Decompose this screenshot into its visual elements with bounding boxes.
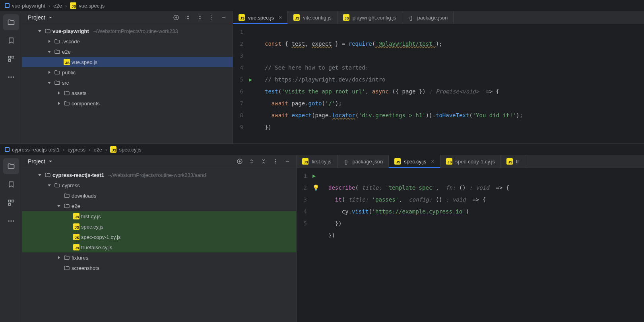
tree-arrow-icon[interactable]: [56, 204, 62, 208]
tree-row[interactable]: src: [22, 78, 233, 88]
tree-arrow-icon[interactable]: [56, 91, 62, 95]
tree-arrow-icon[interactable]: [46, 70, 52, 74]
tree-arrow-icon[interactable]: [37, 29, 43, 33]
breadcrumb-item[interactable]: cypress-reactjs-test1: [5, 147, 60, 153]
tree-arrow-icon[interactable]: [46, 39, 52, 43]
breadcrumb-item[interactable]: vue-playwright: [5, 3, 45, 9]
select-opened-file-button[interactable]: [173, 14, 179, 21]
expand-all-button[interactable]: [248, 158, 255, 165]
tree-row[interactable]: cypress: [22, 180, 296, 190]
tree-row[interactable]: downloads: [22, 190, 296, 201]
tree-arrow-icon[interactable]: [37, 173, 43, 177]
expand-all-button[interactable]: [185, 14, 191, 21]
tree-arrow-icon[interactable]: [46, 183, 52, 187]
editor-area: JSfirst.cy.js{}package.jsonJSspec.cy.js×…: [297, 155, 644, 322]
tree-row[interactable]: cypress-reactjs-test1~/WebstormProjects/…: [22, 170, 296, 180]
breadcrumb-item[interactable]: cypress: [68, 147, 85, 153]
tree-row[interactable]: .vscode: [22, 36, 233, 47]
bookmarks-tool-button[interactable]: [3, 177, 19, 192]
folder-icon: [64, 101, 70, 106]
tree-row[interactable]: fixtures: [22, 252, 296, 263]
bookmarks-tool-button[interactable]: [3, 33, 19, 48]
code-editor[interactable]: 123456789 ▶ const { test, expect } = req…: [233, 24, 644, 144]
tree-label: assets: [72, 90, 87, 96]
more-options-button[interactable]: [272, 158, 279, 165]
editor-tab[interactable]: {}package.json: [338, 155, 389, 168]
svg-marker-28: [48, 184, 51, 186]
tree-row[interactable]: JS first.cy.js: [22, 211, 296, 221]
tree-label: .vscode: [62, 39, 80, 45]
tree-row[interactable]: JS spec-copy-1.cy.js: [22, 232, 296, 242]
structure-tool-button[interactable]: [3, 51, 19, 67]
code-editor[interactable]: 12345 ▶💡 describe( title: 'template spec…: [297, 168, 644, 322]
code-content[interactable]: const { test, expect } = require('@playw…: [260, 24, 644, 144]
editor-tab[interactable]: JStr: [501, 155, 525, 168]
hide-button[interactable]: [221, 14, 227, 21]
svg-marker-15: [58, 91, 60, 95]
select-opened-file-button[interactable]: [237, 158, 243, 165]
project-tree[interactable]: cypress-reactjs-test1~/WebstormProjects/…: [22, 168, 296, 322]
tree-row[interactable]: e2e: [22, 47, 233, 57]
tree-label: screenshots: [72, 265, 99, 271]
tree-row[interactable]: JS truefalse.cy.js: [22, 242, 296, 252]
collapse-all-button[interactable]: [260, 158, 267, 165]
breadcrumb-item[interactable]: JS vue.spec.js: [70, 2, 105, 9]
svg-point-5: [13, 76, 14, 78]
editor-tab[interactable]: JSspec.cy.js×: [389, 155, 440, 168]
chevron-right-icon: ›: [63, 147, 64, 153]
project-tree[interactable]: vue-playwright~/WebstormProjects/routine…: [22, 24, 233, 144]
run-gutter-icon[interactable]: ▶: [312, 173, 316, 179]
project-tool-button[interactable]: [3, 158, 19, 174]
tree-row[interactable]: assets: [22, 88, 233, 98]
tree-row[interactable]: screenshots: [22, 263, 296, 273]
project-tool-button[interactable]: [3, 14, 19, 30]
breadcrumb-item[interactable]: e2e: [53, 3, 62, 9]
js-file-icon: JS: [343, 14, 349, 21]
close-icon[interactable]: ×: [431, 158, 434, 165]
editor-tab[interactable]: JSvite.config.js: [288, 11, 338, 24]
js-file-icon: JS: [239, 14, 245, 21]
svg-marker-11: [48, 40, 50, 43]
close-icon[interactable]: ×: [279, 14, 282, 21]
run-gutter-icon[interactable]: ▶: [249, 76, 252, 83]
project-sidebar: Project vue-playwright~/WebstormProjects…: [22, 11, 233, 144]
tree-row[interactable]: public: [22, 67, 233, 78]
folder-icon: [64, 193, 70, 198]
js-file-icon: JS: [446, 158, 452, 165]
svg-point-21: [10, 220, 12, 221]
sidebar-header: Project: [22, 155, 296, 168]
tree-arrow-icon[interactable]: [46, 81, 52, 85]
svg-marker-30: [58, 256, 60, 259]
chevron-right-icon: ›: [105, 147, 107, 153]
json-file-icon: {}: [408, 14, 414, 21]
chevron-down-icon[interactable]: [48, 159, 52, 163]
tree-arrow-icon[interactable]: [46, 50, 52, 54]
editor-area: JSvue.spec.js×JSvite.config.jsJSplaywrig…: [233, 11, 644, 144]
collapse-all-button[interactable]: [197, 14, 203, 21]
editor-tab[interactable]: JSspec-copy-1.cy.js: [440, 155, 501, 168]
tree-row[interactable]: JS spec.cy.js: [22, 221, 296, 232]
tree-row[interactable]: vue-playwright~/WebstormProjects/routine…: [22, 26, 233, 36]
breadcrumb-item[interactable]: e2e: [93, 147, 102, 153]
tree-arrow-icon[interactable]: [56, 256, 62, 260]
chevron-down-icon[interactable]: [48, 16, 52, 19]
hide-button[interactable]: [284, 158, 291, 165]
bulb-icon[interactable]: 💡: [312, 184, 319, 191]
more-options-button[interactable]: [209, 14, 215, 21]
tree-arrow-icon[interactable]: [56, 101, 62, 105]
editor-tab[interactable]: JSfirst.cy.js: [297, 155, 338, 168]
tree-row[interactable]: components: [22, 98, 233, 109]
sidebar-title: Project: [28, 158, 45, 165]
code-content[interactable]: describe( title: 'template spec', fn: ()…: [324, 168, 644, 322]
svg-marker-16: [58, 102, 60, 105]
more-tool-button[interactable]: [3, 69, 19, 85]
editor-tab[interactable]: JSvue.spec.js×: [233, 11, 288, 24]
structure-tool-button[interactable]: [3, 195, 19, 211]
tree-row[interactable]: JS vue.spec.js: [22, 57, 233, 67]
tab-label: first.cy.js: [312, 159, 332, 165]
breadcrumb-item[interactable]: JS spec.cy.js: [110, 146, 141, 153]
tree-row[interactable]: e2e: [22, 201, 296, 211]
more-tool-button[interactable]: [3, 213, 19, 229]
editor-tab[interactable]: {}package.json: [402, 11, 454, 24]
editor-tab[interactable]: JSplaywright.config.js: [338, 11, 402, 24]
